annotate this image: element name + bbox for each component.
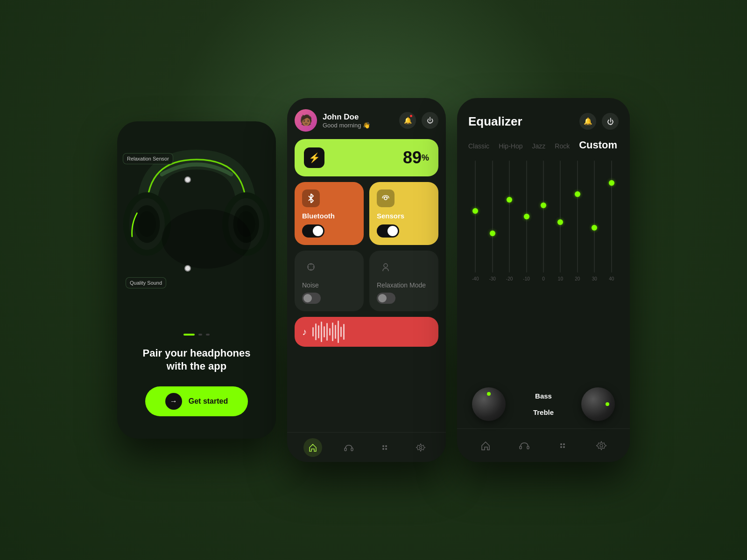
eq-rail-8 [611,161,612,273]
wave-bar [324,326,325,337]
avatar: 🧑🏾 [295,109,317,132]
eq-track-4[interactable] [536,161,550,273]
eq-handle-3 [524,214,529,219]
eq-bottom-nav [457,428,630,462]
power-button[interactable]: ⏻ [422,112,438,129]
eq-rail-6 [577,161,578,273]
eq-handle-7 [592,225,597,231]
eq-rail-5 [560,161,561,273]
nav-settings[interactable] [411,438,430,457]
preset-tabs: Classic Hip-Hop Jazz Rock Custom [468,139,619,151]
wave-bar [329,328,331,336]
wave-bar [318,325,319,338]
eq-nav-grid[interactable] [553,436,572,455]
noise-toggle-knob [303,294,312,302]
eq-track-3[interactable] [519,161,533,273]
eq-nav-home[interactable] [476,436,495,455]
eq-rail-1 [492,161,493,273]
eq-nav-settings[interactable] [592,436,611,455]
knob-row: Bass Treble [468,387,619,421]
header-icons: 🔔 ⏻ [399,112,438,129]
music-icon: ♪ [302,327,307,337]
user-text: John Doe Good morning 👋 [323,112,370,129]
eq-label-6: 20 [571,276,585,281]
wave-bar [326,323,328,341]
eq-power-button[interactable]: ⏻ [602,113,619,130]
eq-label-7: 30 [587,276,601,281]
eq-track-6[interactable] [571,161,585,273]
nav-grid[interactable] [375,438,394,457]
treble-knob-label: Treble [533,408,554,416]
relaxation-toggle[interactable] [377,293,395,304]
sensors-icon [377,189,395,207]
sensor-dot-top [184,176,191,183]
eq-track-1[interactable] [485,161,499,273]
phone-equalizer: Equalizer 🔔 ⏻ Classic Hip-Hop Jazz Rock … [457,98,630,462]
svg-point-26 [563,443,565,445]
preset-hiphop[interactable]: Hip-Hop [499,142,522,150]
eq-handle-6 [575,191,580,197]
preset-jazz[interactable]: Jazz [532,142,545,150]
headphone-svg [117,121,276,327]
nav-home[interactable] [303,438,322,457]
phone-dashboard: 🧑🏾 John Doe Good morning 👋 🔔 ⏻ ⚡ 89% [287,98,446,462]
eq-track-0[interactable] [468,161,482,273]
eq-header: Equalizer 🔔 ⏻ [468,113,619,130]
eq-track-2[interactable] [502,161,516,273]
eq-handle-5 [557,219,563,225]
sensor-dot-bottom [184,265,191,272]
sensors-label: Sensors [377,212,431,220]
relaxation-label: Relaxation Mode [377,281,431,289]
bottom-nav [287,432,446,462]
preset-custom[interactable]: Custom [579,139,617,151]
eq-handle-4 [541,203,546,208]
nav-headphones[interactable] [339,438,358,457]
bass-knob-label: Bass [535,392,552,400]
relaxation-card: Relaxation Mode [369,251,438,311]
sensors-toggle[interactable] [377,224,399,238]
dot-2 [198,334,202,336]
wave-bar [312,327,314,336]
bass-knob[interactable] [472,387,506,421]
headphone-illustration: Relaxation Sensor Quality Sound [117,121,276,327]
svg-point-21 [385,448,387,450]
preset-classic[interactable]: Classic [468,142,489,150]
svg-point-25 [560,443,562,445]
eq-notification-button[interactable]: 🔔 [579,113,596,130]
noise-card: Noise [295,251,364,311]
notification-button[interactable]: 🔔 [399,112,416,129]
dot-1 [183,334,195,336]
preset-rock[interactable]: Rock [555,142,570,150]
svg-point-19 [385,445,387,447]
arrow-icon: → [165,393,182,410]
noise-icon [302,258,320,276]
eq-rail-0 [475,161,476,273]
eq-rail-3 [526,161,527,273]
svg-point-28 [563,446,565,448]
noise-label: Noise [302,281,356,289]
sensors-card: Sensors [369,182,438,245]
treble-knob-dot [606,402,609,406]
eq-track-5[interactable] [553,161,567,273]
bluetooth-toggle[interactable] [302,224,324,238]
eq-track-8[interactable] [605,161,619,273]
treble-knob-container [581,387,615,421]
battery-card: ⚡ 89% [295,139,438,176]
svg-point-27 [560,446,562,448]
eq-handle-1 [490,231,495,236]
wave-bar [340,327,342,337]
get-started-button[interactable]: → Get started [145,386,248,416]
eq-track-7[interactable] [587,161,601,273]
eq-nav-headphones[interactable] [515,436,534,455]
lightning-icon: ⚡ [304,147,324,168]
noise-toggle[interactable] [302,293,321,304]
dashboard-content: 🧑🏾 John Doe Good morning 👋 🔔 ⏻ ⚡ 89% [287,98,446,432]
eq-labels: -40-30-20-10010203040 [468,276,619,281]
eq-label-5: 10 [553,276,567,281]
relaxation-toggle-knob [378,294,387,302]
svg-point-3 [138,211,156,237]
bt-sensors-row: Bluetooth Sensors [295,182,438,245]
page-dots [183,334,210,336]
treble-knob[interactable] [581,387,615,421]
wave-bar [315,323,317,340]
